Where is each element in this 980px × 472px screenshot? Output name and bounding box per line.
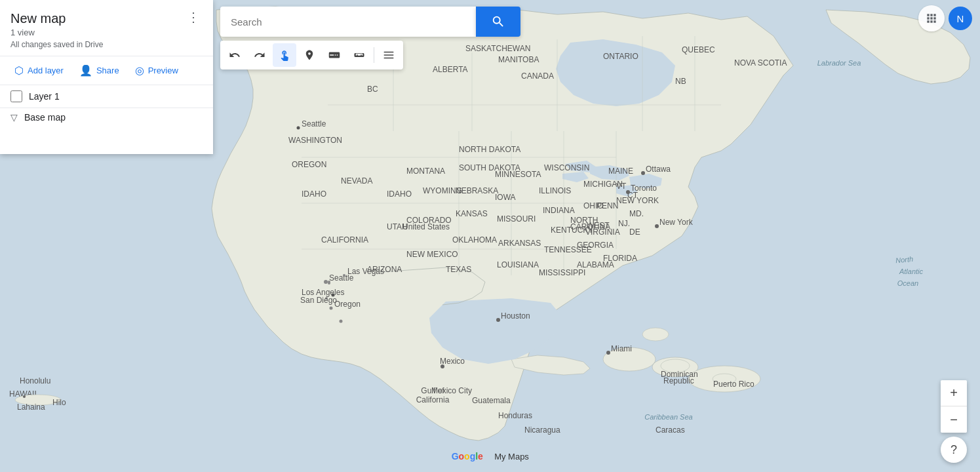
panel-subtitle: 1 view xyxy=(10,28,66,37)
svg-point-99 xyxy=(626,190,630,194)
line-button[interactable] xyxy=(323,43,346,67)
svg-text:OKLAHOMA: OKLAHOMA xyxy=(452,235,497,245)
svg-text:CAROLINA: CAROLINA xyxy=(570,222,610,231)
svg-text:GEORGIA: GEORGIA xyxy=(577,241,614,250)
redo-button[interactable] xyxy=(248,43,271,67)
toolbar xyxy=(220,41,403,69)
add-layer-icon: ⬡ xyxy=(14,64,24,77)
svg-text:WASHINGTON: WASHINGTON xyxy=(288,136,342,145)
svg-text:ALBERTA: ALBERTA xyxy=(433,65,468,74)
svg-text:MONTANA: MONTANA xyxy=(406,167,445,176)
share-button[interactable]: 👤 Share xyxy=(73,60,126,81)
google-my-maps-logo: Google My Maps xyxy=(451,450,529,463)
svg-text:ARKANSAS: ARKANSAS xyxy=(498,239,541,248)
apps-button[interactable] xyxy=(918,5,945,31)
svg-text:Seattle: Seattle xyxy=(302,119,326,128)
base-map-label: Base map xyxy=(24,112,66,123)
marker-button[interactable] xyxy=(298,43,321,67)
svg-text:MD.: MD. xyxy=(629,209,644,218)
svg-text:Miami: Miami xyxy=(611,344,632,353)
svg-text:Puerto Rico: Puerto Rico xyxy=(713,380,755,389)
svg-text:San Diego: San Diego xyxy=(300,296,337,305)
svg-text:MISSOURI: MISSOURI xyxy=(497,214,536,224)
top-bar: N xyxy=(911,0,980,37)
svg-text:NEBRASKA: NEBRASKA xyxy=(456,186,498,195)
google-logo-svg: Google xyxy=(451,450,492,463)
svg-text:NJ.: NJ. xyxy=(618,219,630,228)
svg-text:Guatemala: Guatemala xyxy=(472,396,511,405)
base-map-row: ▽ Base map xyxy=(0,108,213,127)
side-panel: New map 1 view ⋮ All changes saved in Dr… xyxy=(0,0,213,154)
svg-point-41 xyxy=(297,127,300,130)
svg-point-97 xyxy=(641,171,645,175)
svg-text:Nicaragua: Nicaragua xyxy=(524,425,560,435)
svg-point-101 xyxy=(655,224,659,228)
svg-text:COLORADO: COLORADO xyxy=(406,216,452,225)
search-bar xyxy=(220,7,520,37)
svg-point-4 xyxy=(642,328,669,341)
svg-point-103 xyxy=(496,318,500,322)
layer-row: Layer 1 xyxy=(0,85,213,108)
svg-text:Honduras: Honduras xyxy=(498,411,532,420)
panel-title: New map xyxy=(10,10,66,26)
add-layer-button[interactable]: ⬡ Add layer xyxy=(8,60,70,81)
svg-text:NEVADA: NEVADA xyxy=(341,176,372,186)
my-maps-text: My Maps xyxy=(494,452,529,462)
svg-text:Caribbean Sea: Caribbean Sea xyxy=(644,413,692,421)
svg-text:Hilo: Hilo xyxy=(52,398,66,407)
svg-rect-127 xyxy=(384,58,394,59)
svg-text:Google: Google xyxy=(451,451,482,462)
avatar[interactable]: N xyxy=(949,7,972,30)
svg-text:Mexico: Mexico xyxy=(440,357,465,366)
panel-actions: ⬡ Add layer 👤 Share ◎ Preview xyxy=(0,56,213,85)
panel-more-button[interactable]: ⋮ xyxy=(184,9,203,25)
svg-text:MAINE: MAINE xyxy=(608,167,633,176)
svg-text:Lahaina: Lahaina xyxy=(17,403,45,412)
svg-text:Toronto: Toronto xyxy=(631,184,657,193)
zoom-out-button[interactable]: − xyxy=(941,406,967,433)
svg-text:Ocean: Ocean xyxy=(897,279,918,287)
svg-text:California: California xyxy=(416,395,450,404)
svg-text:MANITOBA: MANITOBA xyxy=(498,55,539,64)
svg-text:Oregon: Oregon xyxy=(334,300,361,309)
svg-text:Houston: Houston xyxy=(501,311,530,321)
svg-text:FLORIDA: FLORIDA xyxy=(603,254,637,263)
hand-icon xyxy=(279,49,290,61)
preview-icon: ◎ xyxy=(135,64,144,77)
zoom-in-button[interactable]: + xyxy=(941,380,967,406)
measure-button[interactable] xyxy=(347,43,371,67)
more-icon xyxy=(383,49,395,61)
undo-icon xyxy=(229,49,241,61)
svg-text:OREGON: OREGON xyxy=(292,160,326,169)
svg-text:Mexico City: Mexico City xyxy=(431,386,472,395)
svg-text:DE: DE xyxy=(629,227,640,237)
avatar-letter: N xyxy=(957,13,964,24)
undo-button[interactable] xyxy=(223,43,246,67)
hand-tool-button[interactable] xyxy=(273,43,296,67)
svg-point-28 xyxy=(324,280,328,284)
svg-text:ONTARIO: ONTARIO xyxy=(603,52,638,61)
search-button[interactable] xyxy=(476,7,520,37)
svg-text:INDIANA: INDIANA xyxy=(543,206,575,215)
share-label: Share xyxy=(96,66,119,75)
search-input[interactable] xyxy=(220,7,476,37)
svg-point-31 xyxy=(330,307,333,310)
more-tools-button[interactable] xyxy=(377,43,401,67)
svg-text:NEW MEXICO: NEW MEXICO xyxy=(406,250,458,259)
svg-text:KANSAS: KANSAS xyxy=(456,209,488,218)
measure-icon xyxy=(353,49,365,61)
svg-text:QUEBEC: QUEBEC xyxy=(682,45,715,54)
svg-text:Caracas: Caracas xyxy=(656,425,685,435)
svg-text:TEXAS: TEXAS xyxy=(446,265,471,274)
layer-checkbox[interactable] xyxy=(10,90,22,102)
help-icon: ? xyxy=(951,443,957,457)
search-icon xyxy=(491,14,505,29)
svg-text:Atlantic: Atlantic xyxy=(899,267,924,275)
layer-name: Layer 1 xyxy=(29,91,203,102)
preview-label: Preview xyxy=(148,66,178,75)
preview-button[interactable]: ◎ Preview xyxy=(128,60,185,81)
svg-text:WISCONSIN: WISCONSIN xyxy=(544,163,589,172)
help-button[interactable]: ? xyxy=(941,437,967,463)
svg-text:IOWA: IOWA xyxy=(495,193,516,202)
svg-text:Republic: Republic xyxy=(663,376,694,385)
